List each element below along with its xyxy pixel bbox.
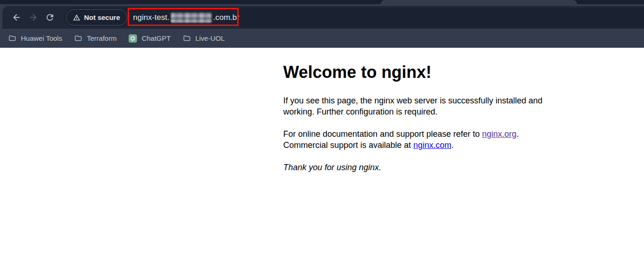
support-line-2-text: Commercial support is available at: [283, 140, 413, 150]
not-secure-label: Not secure: [84, 13, 120, 21]
url-text[interactable]: nginx-test. .com.br: [133, 13, 240, 23]
bookmark-folder-huawei-tools[interactable]: Huawei Tools: [8, 34, 62, 42]
bookmark-label: Huawei Tools: [21, 34, 62, 42]
address-bar[interactable]: Not secure nginx-test. .com.br: [64, 8, 644, 27]
forward-button[interactable]: [25, 9, 41, 26]
closing-line: Thank you for using nginx.: [283, 162, 580, 173]
bookmark-label: ChatGPT: [142, 34, 171, 42]
reload-button[interactable]: [41, 9, 58, 26]
folder-icon: [8, 34, 16, 42]
folder-icon: [183, 34, 191, 42]
reload-icon: [45, 13, 55, 22]
webpage-viewport: Welcome to nginx! If you see this page, …: [0, 48, 644, 255]
browser-chrome: Not secure nginx-test. .com.br Huawei To…: [0, 0, 644, 48]
support-line-1-text: For online documentation and support ple…: [283, 129, 482, 139]
bookmark-chatgpt[interactable]: ChatGPT: [129, 34, 171, 43]
bookmark-folder-terraform[interactable]: Terraform: [74, 34, 117, 42]
nginx-org-link[interactable]: nginx.org: [482, 129, 516, 139]
page-title: Welcome to nginx!: [283, 63, 580, 82]
arrow-left-icon: [12, 13, 21, 22]
url-prefix: nginx-test.: [133, 13, 169, 22]
intro-line-1: If you see this page, the nginx web serv…: [283, 95, 580, 106]
bookmark-label: Terraform: [87, 34, 117, 42]
redacted-domain-blur: [171, 13, 212, 23]
bookmark-folder-live-uol[interactable]: Live-UOL: [183, 34, 225, 42]
bookmark-label: Live-UOL: [195, 34, 225, 42]
chatgpt-icon: [129, 34, 137, 43]
toolbar: Not secure nginx-test. .com.br: [2, 6, 644, 29]
intro-paragraph: If you see this page, the nginx web serv…: [283, 95, 580, 117]
back-button[interactable]: [8, 9, 25, 26]
support-line-2: Commercial support is available at nginx…: [283, 140, 580, 151]
intro-line-2: working. Further configuration is requir…: [283, 106, 580, 117]
toolbar-frame: Not secure nginx-test. .com.br: [0, 4, 644, 29]
tab-strip: [0, 0, 644, 4]
url-suffix: .com.br: [213, 13, 240, 22]
nginx-com-link[interactable]: nginx.com: [413, 140, 451, 150]
nginx-welcome-page: Welcome to nginx! If you see this page, …: [283, 48, 580, 173]
bookmarks-bar: Huawei Tools Terraform ChatGPT: [0, 29, 644, 48]
warning-triangle-icon: [73, 14, 80, 21]
support-paragraph: For online documentation and support ple…: [283, 128, 580, 151]
tab-remnant[interactable]: [381, 0, 577, 4]
support-line-1-end: .: [516, 129, 519, 139]
not-secure-chip[interactable]: Not secure: [66, 9, 127, 26]
support-line-2-end: .: [451, 140, 454, 150]
folder-icon: [74, 34, 82, 42]
support-line-1: For online documentation and support ple…: [283, 128, 580, 140]
arrow-right-icon: [28, 13, 38, 22]
